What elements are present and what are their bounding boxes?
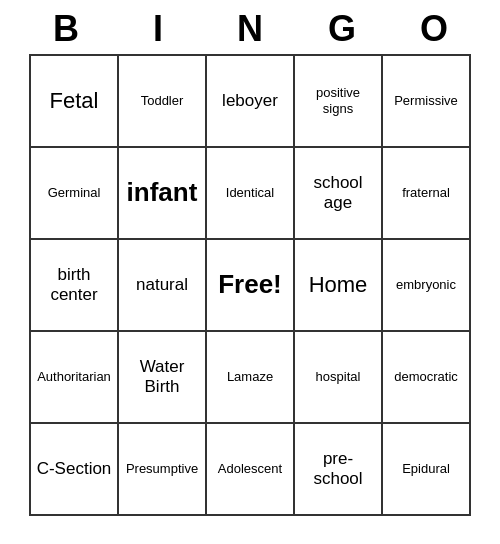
table-row: Free! [207, 240, 295, 332]
table-row: Permissive [383, 56, 471, 148]
cell-label: Toddler [141, 93, 184, 109]
table-row: birth center [31, 240, 119, 332]
table-row: leboyer [207, 56, 295, 148]
cell-label: hospital [316, 369, 361, 385]
bingo-title: B I N G O [20, 8, 480, 50]
table-row: Presumptive [119, 424, 207, 516]
cell-label: birth center [35, 265, 113, 306]
cell-label: Permissive [394, 93, 458, 109]
cell-label: Presumptive [126, 461, 198, 477]
cell-label: Epidural [402, 461, 450, 477]
cell-label: positive signs [299, 85, 377, 116]
table-row: Epidural [383, 424, 471, 516]
table-row: natural [119, 240, 207, 332]
letter-o: O [390, 8, 478, 50]
cell-label: Lamaze [227, 369, 273, 385]
cell-label: school age [299, 173, 377, 214]
table-row: Toddler [119, 56, 207, 148]
cell-label: Identical [226, 185, 274, 201]
table-row: Identical [207, 148, 295, 240]
table-row: infant [119, 148, 207, 240]
table-row: Home [295, 240, 383, 332]
cell-label: fraternal [402, 185, 450, 201]
letter-n: N [206, 8, 294, 50]
cell-label: Germinal [48, 185, 101, 201]
table-row: Fetal [31, 56, 119, 148]
cell-label: Water Birth [123, 357, 201, 398]
cell-label: Authoritarian [37, 369, 111, 385]
cell-label: C-Section [37, 459, 112, 479]
letter-g: G [298, 8, 386, 50]
table-row: Lamaze [207, 332, 295, 424]
table-row: hospital [295, 332, 383, 424]
table-row: Adolescent [207, 424, 295, 516]
cell-label: Free! [218, 269, 282, 300]
table-row: Water Birth [119, 332, 207, 424]
table-row: Germinal [31, 148, 119, 240]
bingo-grid: FetalToddlerleboyerpositive signsPermiss… [29, 54, 471, 516]
table-row: C-Section [31, 424, 119, 516]
cell-label: leboyer [222, 91, 278, 111]
cell-label: Home [309, 272, 368, 298]
table-row: fraternal [383, 148, 471, 240]
table-row: school age [295, 148, 383, 240]
letter-i: I [114, 8, 202, 50]
table-row: pre-school [295, 424, 383, 516]
table-row: embryonic [383, 240, 471, 332]
cell-label: democratic [394, 369, 458, 385]
cell-label: infant [127, 177, 198, 208]
cell-label: Adolescent [218, 461, 282, 477]
letter-b: B [22, 8, 110, 50]
table-row: Authoritarian [31, 332, 119, 424]
cell-label: natural [136, 275, 188, 295]
table-row: positive signs [295, 56, 383, 148]
cell-label: embryonic [396, 277, 456, 293]
table-row: democratic [383, 332, 471, 424]
cell-label: pre-school [299, 449, 377, 490]
cell-label: Fetal [50, 88, 99, 114]
